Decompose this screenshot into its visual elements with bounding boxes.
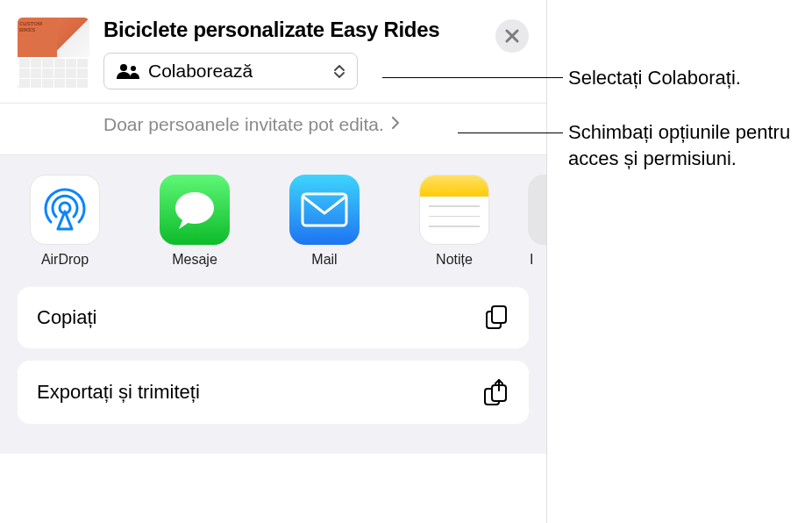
share-target-airdrop[interactable]: AirDrop <box>0 175 130 268</box>
close-icon <box>505 29 519 43</box>
svg-rect-6 <box>492 306 506 323</box>
share-targets-row[interactable]: AirDrop Mesaje Mail N <box>0 154 546 287</box>
export-icon <box>483 378 509 406</box>
copy-action[interactable]: Copiați <box>18 287 529 348</box>
notes-icon <box>419 175 489 245</box>
actions-section: Copiați Exportați și trimiteți <box>0 287 546 454</box>
callout-text: Schimbați opțiunile pentru acces și perm… <box>568 119 796 171</box>
svg-point-0 <box>120 64 127 71</box>
copy-icon <box>483 304 509 331</box>
share-target-partial[interactable]: I <box>519 175 546 268</box>
share-label: Mail <box>311 252 337 268</box>
airdrop-icon <box>30 175 100 245</box>
share-header: Biciclete personalizate Easy Rides Colab… <box>0 0 546 104</box>
permissions-text: Doar persoanele invitate pot edita. <box>103 114 384 135</box>
share-target-mail[interactable]: Mail <box>260 175 389 268</box>
callout-leader <box>382 77 563 78</box>
action-label: Copiați <box>37 306 96 329</box>
share-label: Mesaje <box>172 252 217 268</box>
header-content: Biciclete personalizate Easy Rides Colab… <box>103 18 481 90</box>
close-button[interactable] <box>495 19 529 53</box>
updown-icon <box>334 65 345 78</box>
document-thumbnail <box>18 18 89 90</box>
people-icon <box>117 63 139 79</box>
mail-icon <box>289 175 360 245</box>
share-target-notes[interactable]: Notițe <box>389 175 519 268</box>
permissions-button[interactable]: Doar persoanele invitate pot edita. <box>0 104 546 154</box>
share-sheet: Biciclete personalizate Easy Rides Colab… <box>0 0 547 523</box>
document-title: Biciclete personalizate Easy Rides <box>103 18 481 42</box>
export-action[interactable]: Exportați și trimiteți <box>18 361 529 424</box>
svg-rect-4 <box>303 194 346 226</box>
svg-point-1 <box>131 66 136 71</box>
collaborate-dropdown[interactable]: Colaborează <box>103 53 358 90</box>
share-label: Notițe <box>436 252 473 268</box>
collaborate-label: Colaborează <box>148 61 325 82</box>
svg-point-3 <box>175 192 214 224</box>
action-label: Exportați și trimiteți <box>37 381 200 404</box>
share-target-messages[interactable]: Mesaje <box>130 175 260 268</box>
callout-text: Selectați Colaborați. <box>568 65 741 91</box>
messages-icon <box>160 175 230 245</box>
share-label: AirDrop <box>41 252 89 268</box>
callout-leader <box>458 133 563 133</box>
chevron-right-icon <box>391 116 400 133</box>
partial-icon <box>528 175 546 245</box>
share-label: I <box>530 252 533 268</box>
